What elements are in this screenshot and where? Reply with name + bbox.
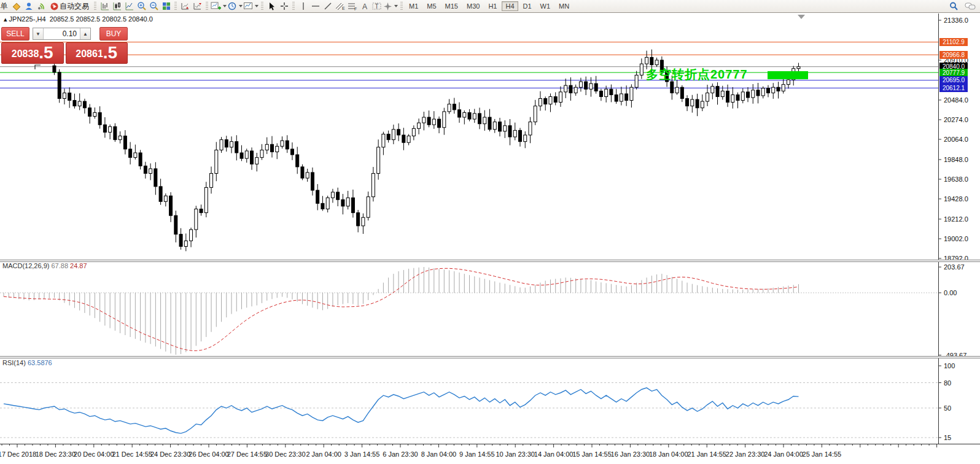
timeframe-button-h1[interactable]: H1 [484,1,500,11]
mql5-community-button[interactable] [23,1,34,12]
macd-axis-label: 0.00 [944,289,957,296]
timeframe-button-m30[interactable]: M30 [463,1,483,11]
timeframe-button-m5[interactable]: M5 [423,1,440,11]
candle-body [306,172,309,178]
candle-body [615,95,618,101]
candle-body [260,150,263,157]
candle-body [336,192,340,199]
candle-body [443,112,446,128]
zoom-in-button[interactable] [136,1,147,12]
tile-windows-button[interactable] [160,1,172,12]
candle-body [524,135,527,142]
candle-body [276,146,279,152]
timeframe-button-w1[interactable]: W1 [537,1,554,11]
pane-separator-macd[interactable] [0,260,980,262]
buy-price-button[interactable]: 20861.5 [66,42,128,64]
text-label-button[interactable]: T [371,1,383,12]
trendline-button[interactable] [322,1,333,12]
candle-body [418,123,421,128]
time-axis-label: 24 Jan 04:00 [764,450,803,458]
candle-body [701,101,704,108]
chat-button[interactable] [964,1,976,12]
line-chart-button[interactable] [123,1,135,12]
candle-body [392,130,395,140]
chart-canvas[interactable] [0,0,980,464]
chart-annotation-text[interactable]: 多空转折点20777 [646,66,748,83]
candle-body [513,130,516,137]
equidistant-channel-button[interactable]: E [334,1,346,12]
fibonacci-button[interactable]: F [346,1,358,12]
timeframe-button-m1[interactable]: M1 [405,1,422,11]
candle-body [174,215,177,234]
buy-button[interactable]: BUY [99,27,128,41]
shapes-button[interactable] [383,1,398,12]
price-tick-label: 21336.0 [944,17,968,24]
arrange-charts-button[interactable] [179,1,191,12]
bars-chart-button[interactable] [99,1,111,12]
shapes-icon [383,2,392,11]
candle-body [412,128,415,136]
candle-body [220,140,223,150]
chart-shift-marker[interactable] [798,15,805,19]
candle-body [290,149,294,155]
rsi-axis-label: 100 [944,362,955,369]
candle-body [331,192,334,198]
volume-value[interactable]: 0.10 [44,28,80,39]
timeframe-button-d1[interactable]: D1 [519,1,535,11]
text-button[interactable]: A [359,1,370,12]
profiles-button[interactable] [227,1,243,12]
candle-body [210,174,213,188]
candle-body [686,99,689,106]
candle-body [797,67,800,69]
time-axis-label: 22 Jan 23:30 [726,450,765,458]
new-chart-button[interactable] [211,1,227,12]
candle-body [594,83,597,91]
candle-body [235,142,238,153]
candle-body [691,99,694,106]
timeframe-button-m15[interactable]: M15 [441,1,462,11]
candle-body [675,87,679,93]
candle-body [103,125,106,132]
candle-body [311,172,314,190]
rsi-value: 63.5876 [28,359,52,366]
diamond-button[interactable] [10,1,22,12]
time-axis-label: 15 Jan 14:55 [572,450,612,458]
cursor-button[interactable] [266,1,278,12]
sell-button[interactable]: SELL [1,27,29,41]
sell-price-button[interactable]: 20838.5 [1,42,64,64]
candle-body [341,199,344,206]
crosshair-button[interactable] [278,1,290,12]
timeframe-button-mn[interactable]: MN [555,1,573,11]
new-order-button[interactable]: 单 [0,1,10,12]
arrange-charts-alt-button[interactable] [192,1,203,12]
candle-body [200,209,203,213]
candle-body [114,126,117,139]
time-axis-label: 14 Jan 04:00 [534,450,574,458]
candle-body [453,104,456,110]
price-tick-label: 20484.0 [944,96,968,104]
candle-body [564,85,567,92]
candle-body [483,117,486,124]
timeframe-button-h4[interactable]: H4 [502,1,518,11]
autotrading-label: 自动交易 [60,1,89,12]
candle-body [397,130,400,135]
search-button[interactable] [947,1,959,12]
candle-body [493,122,496,130]
horizontal-line-button[interactable] [309,1,321,12]
volume-up-button[interactable]: ▲ [80,28,90,39]
candle-body [599,91,602,96]
time-axis-label: 24 Dec 23:30 [150,450,190,458]
toolbar-grip [174,2,177,10]
pane-separator-rsi[interactable] [0,356,980,358]
candle-body [83,101,86,108]
signals-button[interactable] [35,1,47,12]
autotrading-button[interactable]: 自动交易 [47,1,91,12]
zoom-out-button[interactable] [148,1,160,12]
candle-body [620,94,623,101]
time-axis-label: 18 Dec 23:30 [36,450,76,458]
candle-body [119,136,122,140]
volume-down-button[interactable]: ▼ [33,28,44,39]
templates-button[interactable] [243,1,259,12]
candles-chart-button[interactable] [111,1,123,12]
vertical-line-button[interactable] [297,1,309,12]
